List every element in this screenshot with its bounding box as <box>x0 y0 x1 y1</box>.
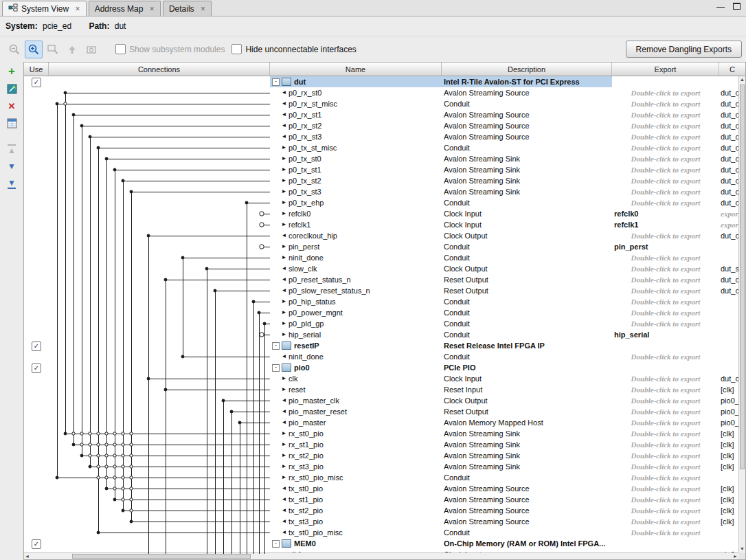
name-cell[interactable]: ◄tx_st0_pio_misc <box>270 527 442 538</box>
connections-cell[interactable] <box>49 164 270 175</box>
table-row[interactable]: ►pin_perstConduitpin_perst <box>24 241 738 252</box>
table-row[interactable]: ►rx_st0_pio_miscConduitDouble-click to e… <box>24 472 738 483</box>
vertical-scrollbar[interactable]: ▲ ▼ <box>738 76 745 552</box>
zoom-fit-icon[interactable] <box>44 41 62 58</box>
export-cell[interactable]: Double-click to export <box>612 439 719 450</box>
table-row[interactable]: ►p0_tx_st_miscConduitDouble-click to exp… <box>24 142 738 153</box>
name-cell[interactable]: ►p0_tx_st0 <box>270 153 442 164</box>
export-cell[interactable]: Double-click to export <box>612 186 719 197</box>
table-row[interactable]: ◄coreclkout_hipClock OutputDouble-click … <box>24 230 738 241</box>
name-cell[interactable]: ►refclk0 <box>270 208 442 219</box>
name-cell[interactable]: ►p0_tx_st3 <box>270 186 442 197</box>
export-cell[interactable]: Double-click to export <box>612 175 719 186</box>
name-cell[interactable]: ►rx_st3_pio <box>270 461 442 472</box>
connections-cell[interactable] <box>49 142 270 153</box>
connections-cell[interactable] <box>49 285 270 296</box>
tab-close-icon[interactable]: ✕ <box>201 5 206 12</box>
export-cell[interactable] <box>612 538 719 549</box>
name-cell[interactable]: -pio0 <box>270 362 442 373</box>
connections-cell[interactable] <box>49 186 270 197</box>
column-header-name[interactable]: Name <box>270 63 442 76</box>
column-header-export[interactable]: Export <box>612 63 719 76</box>
export-cell[interactable]: Double-click to export <box>612 527 719 538</box>
table-row[interactable]: ►rx_st3_pioAvalon Streaming SinkDouble-c… <box>24 461 738 472</box>
move-bottom-icon[interactable]: ▼ <box>4 176 19 191</box>
table-row[interactable]: ►p0_hip_statusConduitDouble-click to exp… <box>24 296 738 307</box>
name-cell[interactable]: ◄p0_rx_st3 <box>270 131 442 142</box>
table-row[interactable]: ►p0_tx_st3Avalon Streaming SinkDouble-cl… <box>24 186 738 197</box>
table-row[interactable]: ►p0_tx_ehpConduitDouble-click to exportd… <box>24 197 738 208</box>
export-cell[interactable]: Double-click to export <box>612 472 719 483</box>
connections-cell[interactable] <box>49 318 270 329</box>
export-cell[interactable]: Double-click to export <box>612 307 719 318</box>
export-cell[interactable] <box>612 340 719 351</box>
float-window-icon[interactable] <box>733 3 741 11</box>
scroll-left-icon[interactable]: ◄ <box>25 553 30 559</box>
tab-close-icon[interactable]: ✕ <box>149 5 155 12</box>
name-cell[interactable]: ►refclk1 <box>270 219 442 230</box>
connections-cell[interactable] <box>49 406 270 417</box>
tab-address-map[interactable]: Address Map✕ <box>89 1 161 16</box>
connections-cell[interactable] <box>49 241 270 252</box>
column-header-connections[interactable]: Connections <box>49 63 270 76</box>
table-row[interactable]: ►ninit_doneConduitDouble-click to export <box>24 252 738 263</box>
name-cell[interactable]: ◄p0_rx_st2 <box>270 120 442 131</box>
table-row[interactable]: ►rx_st1_pioAvalon Streaming SinkDouble-c… <box>24 439 738 450</box>
table-row[interactable]: ►p0_power_mgntConduitDouble-click to exp… <box>24 307 738 318</box>
connections-cell[interactable] <box>49 384 270 395</box>
export-cell[interactable]: Double-click to export <box>612 98 719 109</box>
name-cell[interactable]: ►rx_st0_pio <box>270 428 442 439</box>
connections-cell[interactable] <box>49 76 270 87</box>
connections-cell[interactable] <box>49 362 270 373</box>
connections-cell[interactable] <box>49 230 270 241</box>
export-cell[interactable]: Double-click to export <box>612 406 719 417</box>
export-cell[interactable]: hip_serial <box>612 329 719 340</box>
table-row[interactable]: ◄tx_st0_pio_miscConduitDouble-click to e… <box>24 527 738 538</box>
show-subsystem-checkbox[interactable] <box>115 44 126 54</box>
export-cell[interactable]: Double-click to export <box>612 516 719 527</box>
table-row[interactable]: ◄tx_st2_pioAvalon Streaming SourceDouble… <box>24 505 738 516</box>
tab-system-view[interactable]: System View✕ <box>2 1 87 16</box>
name-cell[interactable]: ◄tx_st1_pio <box>270 494 442 505</box>
export-cell[interactable]: Double-click to export <box>612 494 719 505</box>
add-icon[interactable]: + <box>4 64 19 79</box>
connections-cell[interactable] <box>49 296 270 307</box>
connections-cell[interactable] <box>49 373 270 384</box>
connections-cell[interactable] <box>49 329 270 340</box>
name-cell[interactable]: ◄pio_master_clk <box>270 395 442 406</box>
connections-cell[interactable] <box>49 483 270 494</box>
table-row[interactable]: ◄p0_rx_st_miscConduitDouble-click to exp… <box>24 98 738 109</box>
collapse-toggle-icon[interactable]: - <box>272 78 280 86</box>
table-row[interactable]: ◄tx_st0_pioAvalon Streaming SourceDouble… <box>24 483 738 494</box>
move-down-icon[interactable]: ▼ <box>4 159 19 174</box>
remove-dangling-exports-button[interactable]: Remove Dangling Exports <box>626 41 742 58</box>
name-cell[interactable]: ►reset <box>270 384 442 395</box>
name-cell[interactable]: ◄coreclkout_hip <box>270 230 442 241</box>
table-row[interactable]: ✓-resetIPReset Release Intel FPGA IP <box>24 340 738 351</box>
export-cell[interactable]: refclk0 <box>612 208 719 219</box>
table-row[interactable]: ◄pio_master_resetReset OutputDouble-clic… <box>24 406 738 417</box>
use-checkbox[interactable]: ✓ <box>32 341 41 351</box>
table-row[interactable]: ►p0_pld_gpConduitDouble-click to export <box>24 318 738 329</box>
name-cell[interactable]: ◄p0_reset_status_n <box>270 274 442 285</box>
name-cell[interactable]: ◄p0_rx_st0 <box>270 87 442 98</box>
connections-cell[interactable] <box>49 252 270 263</box>
name-cell[interactable]: ►p0_tx_st2 <box>270 175 442 186</box>
connections-cell[interactable] <box>49 461 270 472</box>
export-cell[interactable]: Double-click to export <box>612 87 719 98</box>
column-header-c[interactable]: C <box>719 63 745 76</box>
table-row[interactable]: ◄p0_rx_st3Avalon Streaming SourceDouble-… <box>24 131 738 142</box>
export-cell[interactable]: Double-click to export <box>612 384 719 395</box>
table-row[interactable]: ◄p0_reset_status_nReset OutputDouble-cli… <box>24 274 738 285</box>
name-cell[interactable]: ◄tx_st3_pio <box>270 516 442 527</box>
connections-cell[interactable] <box>49 505 270 516</box>
export-cell[interactable]: Double-click to export <box>612 285 719 296</box>
table-row[interactable]: ►refclk1Clock Inputrefclk1expor <box>24 219 738 230</box>
name-cell[interactable]: ◄p0_rx_st1 <box>270 109 442 120</box>
collapse-toggle-icon[interactable]: - <box>272 540 280 548</box>
table-row[interactable]: ◄ninit_doneConduitDouble-click to export <box>24 351 738 362</box>
name-cell[interactable]: ◄p0_rx_st_misc <box>270 98 442 109</box>
filter-icon[interactable] <box>4 115 19 131</box>
export-cell[interactable]: Double-click to export <box>612 461 719 472</box>
connections-cell[interactable] <box>49 395 270 406</box>
